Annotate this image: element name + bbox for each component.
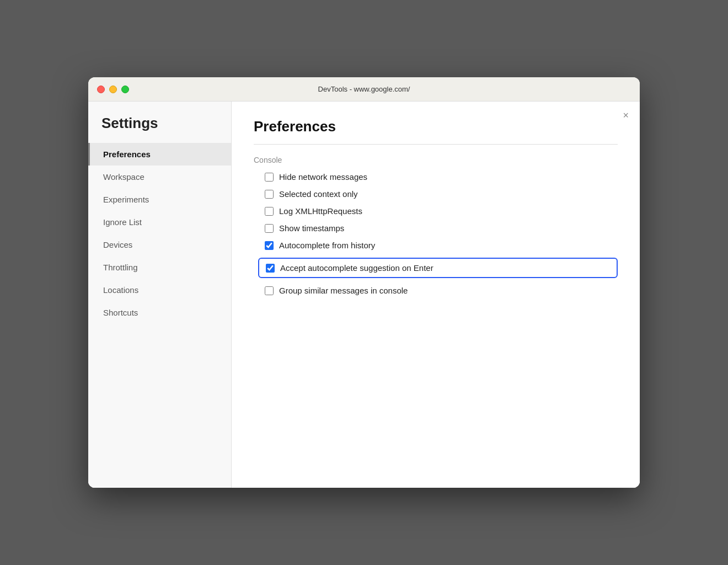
checkbox-log-xml[interactable] [265,207,274,216]
checkbox-label-group-similar[interactable]: Group similar messages in console [279,286,408,295]
sidebar-heading: Settings [88,115,231,143]
checkbox-row-autocomplete-history: Autocomplete from history [265,241,618,250]
sidebar-item-locations[interactable]: Locations [88,279,231,301]
sidebar-item-throttling[interactable]: Throttling [88,256,231,279]
checkbox-row-log-xml: Log XMLHttpRequests [265,206,618,216]
sidebar-item-workspace[interactable]: Workspace [88,166,231,188]
traffic-lights [97,86,129,93]
checkbox-row-selected-context: Selected context only [265,189,618,199]
checkbox-label-hide-network[interactable]: Hide network messages [279,172,367,182]
checkbox-label-autocomplete-enter[interactable]: Accept autocomplete suggestion on Enter [280,263,433,273]
close-button[interactable]: × [623,110,629,120]
checkbox-label-show-timestamps[interactable]: Show timestamps [279,223,344,233]
checkbox-row-group-similar: Group similar messages in console [265,286,618,295]
checkbox-row-autocomplete-enter: Accept autocomplete suggestion on Enter [258,258,618,278]
main-panel: × Preferences Console Hide network messa… [232,102,640,488]
sidebar-item-preferences[interactable]: Preferences [88,143,231,166]
sidebar-item-experiments[interactable]: Experiments [88,188,231,211]
checkbox-autocomplete-history[interactable] [265,241,274,250]
close-traffic-light[interactable] [97,86,105,93]
checkbox-autocomplete-enter[interactable] [266,264,275,273]
checkbox-row-hide-network: Hide network messages [265,172,618,182]
checkbox-show-timestamps[interactable] [265,224,274,233]
minimize-traffic-light[interactable] [109,86,117,93]
titlebar: DevTools - www.google.com/ [88,77,640,102]
sidebar-item-devices[interactable]: Devices [88,233,231,256]
checkbox-hide-network[interactable] [265,173,274,182]
checkbox-group-similar[interactable] [265,286,274,295]
sidebar: Settings Preferences Workspace Experimen… [88,102,232,488]
checkbox-selected-context[interactable] [265,190,274,199]
checkbox-label-autocomplete-history[interactable]: Autocomplete from history [279,241,375,250]
panel-title: Preferences [254,118,618,135]
maximize-traffic-light[interactable] [121,86,129,93]
window-title: DevTools - www.google.com/ [318,85,410,93]
checkbox-label-selected-context[interactable]: Selected context only [279,189,358,199]
content-area: Settings Preferences Workspace Experimen… [88,102,640,488]
checkbox-row-show-timestamps: Show timestamps [265,223,618,233]
section-title: Console [254,156,618,164]
sidebar-item-shortcuts[interactable]: Shortcuts [88,301,231,324]
title-divider [254,144,618,145]
checkbox-label-log-xml[interactable]: Log XMLHttpRequests [279,206,362,216]
sidebar-item-ignore-list[interactable]: Ignore List [88,211,231,233]
devtools-window: DevTools - www.google.com/ Settings Pref… [88,77,640,488]
